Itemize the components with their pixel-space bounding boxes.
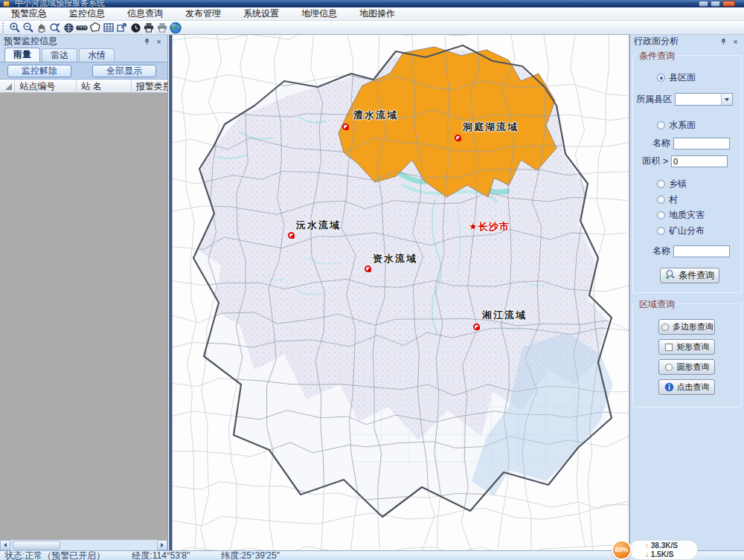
map-toolbar — [0, 21, 744, 35]
map-canvas[interactable]: 澧水流域 洞庭湖流域 沅水流域 资水流域 ★长沙市 湘江流域 — [173, 35, 629, 550]
station-dot-zishui[interactable] — [365, 265, 371, 272]
name2-input-label: 名称 — [652, 245, 670, 257]
left-panel-title: 预警监控信息 — [4, 35, 57, 48]
county-select[interactable] — [675, 93, 733, 106]
station-dot-yuanshui[interactable] — [288, 232, 295, 239]
history-clock-icon[interactable] — [129, 22, 142, 34]
area-input-label: 面积 — [642, 155, 660, 167]
rectangle-query-button[interactable]: 矩形查询 — [658, 339, 715, 355]
station-dot-dongting[interactable] — [455, 135, 461, 141]
progress-badge[interactable]: 80% — [612, 540, 632, 560]
radio-geo-disaster-label: 地质灾害 — [669, 209, 705, 222]
region-query-group: 区域查询 多边形查询 矩形查询 圆形查询 点击查询 — [632, 303, 742, 408]
web-globe-icon[interactable] — [169, 22, 182, 34]
print-preview-icon[interactable] — [155, 22, 169, 34]
column-alarm-type[interactable]: 报警类别 — [132, 80, 167, 92]
circle-icon — [664, 362, 674, 372]
radio-geo-disaster[interactable] — [657, 211, 665, 219]
longitude-readout: 经度:114°53'8" — [132, 550, 190, 560]
close-panel-icon[interactable]: × — [731, 36, 740, 46]
condition-group-title: 条件查询 — [637, 50, 677, 62]
grid-layers-icon[interactable] — [102, 22, 115, 34]
measure-ruler-icon[interactable] — [75, 22, 89, 34]
station-dot-lishui[interactable] — [342, 123, 349, 130]
menu-fabu-guanli[interactable]: 发布管理 — [174, 7, 232, 20]
warning-monitor-panel: 预警监控信息 × 雨量 雷达 水情 监控解除 全部显示 站点编号 站 名 报警类… — [0, 35, 168, 550]
show-all-button[interactable]: 全部显示 — [92, 65, 156, 77]
download-arrow-icon: ↓ — [645, 550, 651, 559]
county-select-label: 所属县区 — [636, 93, 672, 106]
tab-radar[interactable]: 雷达 — [42, 48, 77, 62]
upload-speed: 38.3K/S — [651, 541, 678, 550]
title-bar: 中小河流域预报服务系统 — [0, 0, 744, 7]
radio-mine-distribution[interactable] — [657, 227, 665, 235]
circle-query-label: 圆形查询 — [677, 361, 710, 373]
menu-ditu-caozuo[interactable]: 地图操作 — [348, 7, 406, 20]
polygon-icon — [660, 322, 670, 332]
close-panel-icon[interactable]: × — [154, 36, 164, 46]
zoom-in-icon[interactable] — [8, 22, 22, 34]
region-group-title: 区域查询 — [637, 298, 677, 311]
rectangle-query-label: 矩形查询 — [677, 341, 710, 353]
close-button[interactable] — [722, 1, 735, 7]
select-column-header[interactable] — [0, 80, 15, 92]
menu-xitong-shezhi[interactable]: 系统设置 — [232, 7, 290, 20]
radio-village[interactable] — [657, 196, 665, 204]
menu-xinxi-chaxun[interactable]: 信息查询 — [116, 7, 174, 20]
radio-village-label: 村 — [669, 193, 678, 206]
click-query-button[interactable]: 点击查询 — [658, 379, 715, 395]
station-table-body[interactable] — [0, 93, 167, 540]
sort-triangle-icon — [5, 83, 12, 90]
basin-label-dongting: 洞庭湖流域 — [463, 120, 519, 134]
print-icon[interactable] — [142, 22, 155, 34]
full-extent-globe-icon[interactable] — [62, 22, 75, 34]
zoom-previous-icon[interactable] — [48, 22, 62, 34]
tab-rainfall[interactable]: 雨量 — [4, 48, 40, 62]
info-icon — [664, 382, 674, 392]
map-svg — [173, 35, 629, 550]
pin-icon[interactable] — [142, 36, 152, 46]
export-map-icon[interactable] — [115, 22, 129, 34]
city-label-changsha: ★长沙市 — [469, 220, 510, 234]
monitor-release-button[interactable]: 监控解除 — [7, 65, 71, 77]
radio-water-system-label: 水系面 — [669, 119, 696, 132]
admin-analysis-panel: 行政面分析 × 条件查询 县区面 所属县区 水系面 名称 面积 > 乡镇 — [629, 35, 744, 550]
radio-mine-distribution-label: 矿山分布 — [669, 225, 705, 237]
column-station-name[interactable]: 站 名 — [77, 80, 132, 92]
pan-hand-icon[interactable] — [35, 22, 48, 34]
basin-label-zishui: 资水流域 — [373, 252, 417, 265]
radio-town[interactable] — [657, 180, 665, 188]
circle-query-button[interactable]: 圆形查询 — [658, 359, 715, 375]
polygon-query-button[interactable]: 多边形查询 — [658, 319, 715, 335]
maximize-button[interactable] — [711, 1, 720, 7]
minimize-button[interactable] — [699, 1, 708, 7]
menu-bar: 预警应急 监控信息 信息查询 发布管理 系统设置 地理信息 地图操作 — [0, 7, 744, 21]
column-station-id[interactable]: 站点编号 — [15, 80, 77, 92]
left-panel-tabs: 雨量 雷达 水情 — [0, 48, 167, 62]
window-title: 中小河流域预报服务系统 — [15, 0, 105, 7]
network-speed-bubble: ↑ 38.3K/S ↓ 1.5K/S — [629, 540, 698, 560]
area-operator: > — [663, 156, 668, 167]
condition-query-group: 条件查询 县区面 所属县区 水系面 名称 面积 > 乡镇 村 — [632, 55, 742, 293]
menu-yujing-yingji[interactable]: 预警应急 — [0, 7, 58, 20]
query-magnifier-icon — [665, 269, 676, 282]
condition-query-button[interactable]: 条件查询 — [660, 268, 719, 283]
scroll-thumb[interactable] — [13, 541, 60, 550]
station-dot-xiangjiang[interactable] — [473, 324, 480, 330]
polygon-select-icon[interactable] — [89, 22, 102, 34]
menu-jiankong-xinxi[interactable]: 监控信息 — [58, 7, 116, 20]
radio-water-system[interactable] — [657, 121, 665, 129]
radio-county-area[interactable] — [657, 74, 665, 82]
zoom-out-icon[interactable] — [22, 22, 35, 34]
menu-dili-xinxi[interactable]: 地理信息 — [290, 7, 348, 20]
chevron-down-icon[interactable] — [721, 94, 732, 105]
basin-label-lishui: 澧水流域 — [353, 109, 398, 122]
name-input[interactable] — [673, 138, 730, 149]
area-input[interactable] — [671, 155, 728, 167]
name2-input[interactable] — [673, 245, 730, 257]
right-panel-title: 行政面分析 — [634, 35, 679, 48]
upload-arrow-icon: ↑ — [645, 541, 651, 550]
pin-icon[interactable] — [719, 36, 728, 46]
tab-water[interactable]: 水情 — [79, 48, 115, 62]
basin-label-xiangjiang: 湘江流域 — [482, 309, 527, 322]
